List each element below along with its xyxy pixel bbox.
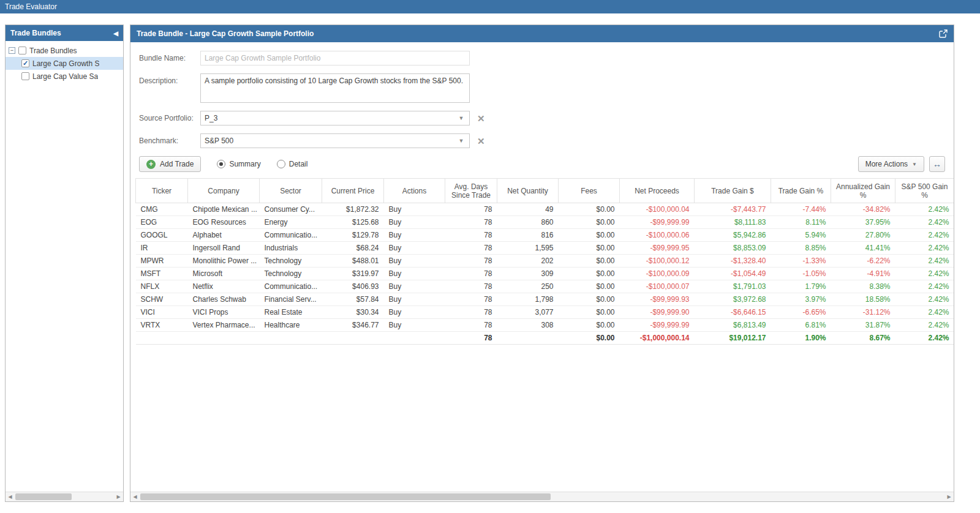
cell-actions: Buy [384,319,445,332]
cell-sector: Technology [260,255,322,268]
column-header-annualized-gain-pct[interactable]: Annualized Gain % [831,179,895,203]
table-row[interactable]: CMGChipotle Mexican ...Consumer Cy...$1,… [136,203,954,216]
scroll-left-icon[interactable]: ◀ [6,492,15,501]
cell-net-quantity: 3,077 [497,306,559,319]
benchmark-select[interactable]: S&P 500 ▼ [200,133,470,148]
table-row[interactable]: VRTXVertex Pharmace...Healthcare$346.77B… [136,319,954,332]
table-row[interactable]: SCHWCharles SchwabFinancial Serv...$57.8… [136,293,954,306]
add-trade-button[interactable]: + Add Trade [139,156,201,172]
checkbox-unchecked[interactable] [21,72,29,80]
clear-source-portfolio-icon[interactable]: ✕ [477,114,485,123]
cell-trade-gain-pct: -6.65% [771,306,831,319]
detail-radio[interactable]: Detail [277,160,308,168]
fit-columns-button[interactable]: ↔ [929,156,945,172]
cell-actions: Buy [384,242,445,255]
cell-sector: Real Estate [260,306,322,319]
table-row[interactable]: NFLXNetflixCommunicatio...$406.93Buy7825… [136,280,954,293]
cell-actions: Buy [384,216,445,229]
column-header-company[interactable]: Company [188,179,260,203]
column-header-net-quantity[interactable]: Net Quantity [497,179,559,203]
benchmark-label: Benchmark: [139,133,200,148]
cell-actions: Buy [384,229,445,242]
table-row[interactable]: MSFTMicrosoftTechnology$319.97Buy78309$0… [136,268,954,280]
cell-trade-gain-pct: -1.33% [771,255,831,268]
scroll-right-icon[interactable]: ▶ [114,492,123,501]
sidebar-horizontal-scrollbar[interactable]: ◀ ▶ [6,492,123,501]
column-header-trade-gain-dollars[interactable]: Trade Gain $ [695,179,771,203]
column-header-sp500-gain-pct[interactable]: S&P 500 Gain % [895,179,954,203]
collapse-panel-icon[interactable]: ◀ [113,30,118,37]
cell-current-price: $129.78 [322,229,384,242]
scroll-left-icon[interactable]: ◀ [130,492,140,501]
tree-root-checkbox[interactable] [18,47,26,54]
checkbox-checked[interactable]: ✓ [21,59,29,67]
cell-trade-gain-dollars: -$1,328.40 [695,255,771,268]
cell-trade-gain-pct: 8.11% [771,216,831,229]
chevron-down-icon[interactable]: ▼ [453,138,469,144]
more-actions-label: More Actions [865,160,908,168]
source-portfolio-value: P_3 [201,114,453,122]
source-portfolio-select[interactable]: P_3 ▼ [200,111,470,125]
cell-company: Alphabet [188,229,260,242]
cell-trade-gain-dollars: $3,972.68 [695,293,771,306]
column-header-sector[interactable]: Sector [260,179,322,203]
cell-sp500-gain-pct: 2.42% [895,242,954,255]
cell-sector: Consumer Cy... [260,203,322,216]
column-header-actions[interactable]: Actions [384,179,445,203]
bundle-name-input[interactable] [200,51,470,66]
summary-radio[interactable]: Summary [217,160,260,168]
tree-expander-icon[interactable]: − [9,47,15,54]
cell-fees: $0.00 [559,319,620,332]
cell-sp500-gain-pct: 2.42% [895,306,954,319]
cell-net-proceeds: -$100,000.04 [620,203,695,216]
column-header-ticker[interactable]: Ticker [136,179,188,203]
column-header-net-proceeds[interactable]: Net Proceeds [620,179,695,203]
cell-ticker: IR [136,242,188,255]
cell-annualized-gain-pct: 18.58% [831,293,895,306]
main-horizontal-scrollbar[interactable]: ◀ ▶ [130,492,954,501]
scroll-right-icon[interactable]: ▶ [944,492,954,501]
cell-company: Netflix [188,280,260,293]
more-actions-button[interactable]: More Actions ▼ [858,156,924,172]
column-header-trade-gain-pct[interactable]: Trade Gain % [771,179,831,203]
cell-actions: Buy [384,203,445,216]
cell-current-price: $346.77 [322,319,384,332]
chevron-down-icon[interactable]: ▼ [453,115,469,121]
tree-root-row[interactable]: − Trade Bundles [6,44,123,57]
cell-net-proceeds: -$100,000.12 [620,255,695,268]
clear-benchmark-icon[interactable]: ✕ [477,137,485,146]
scrollbar-thumb[interactable] [140,493,551,500]
tree-item[interactable]: ✓Large Cap Growth S [6,57,123,70]
benchmark-row: Benchmark: S&P 500 ▼ ✕ [139,133,945,148]
table-row[interactable]: MPWRMonolithic Power ...Technology$488.0… [136,255,954,268]
cell-sp500-gain-pct: 2.42% [895,319,954,332]
cell-sp500-gain-pct: 2.42% [895,293,954,306]
tree-item[interactable]: Large Cap Value Sa [6,70,123,83]
cell-fees: $0.00 [559,306,620,319]
table-row[interactable]: IRIngersoll RandIndustrials$68.24Buy781,… [136,242,954,255]
column-header-current-price[interactable]: Current Price [322,179,384,203]
cell-avg-days-since-trade: 78 [445,293,497,306]
cell-annualized-gain-pct: 8.67% [831,332,895,345]
cell-company: Monolithic Power ... [188,255,260,268]
cell-net-quantity: 309 [497,268,559,280]
cell-avg-days-since-trade: 78 [445,216,497,229]
cell-annualized-gain-pct: -31.12% [831,306,895,319]
column-header-avg-days-since-trade[interactable]: Avg. Days Since Trade [445,179,497,203]
cell-trade-gain-dollars: -$6,646.15 [695,306,771,319]
table-row[interactable]: GOOGLAlphabetCommunicatio...$129.78Buy78… [136,229,954,242]
description-input[interactable] [200,73,470,103]
cell-annualized-gain-pct: -34.82% [831,203,895,216]
table-row[interactable]: EOGEOG ResourcesEnergy$125.68Buy78860$0.… [136,216,954,229]
cell-company: VICI Props [188,306,260,319]
tree-item-label: Large Cap Value Sa [32,72,98,81]
cell-fees: $0.00 [559,293,620,306]
popout-icon[interactable] [939,29,948,38]
column-header-fees[interactable]: Fees [559,179,620,203]
bundle-name-label: Bundle Name: [139,51,200,66]
scrollbar-thumb[interactable] [15,493,72,500]
cell-actions: Buy [384,268,445,280]
cell-fees: $0.00 [559,216,620,229]
table-row[interactable]: VICIVICI PropsReal Estate$30.34Buy783,07… [136,306,954,319]
cell-trade-gain-dollars: $19,012.17 [695,332,771,345]
